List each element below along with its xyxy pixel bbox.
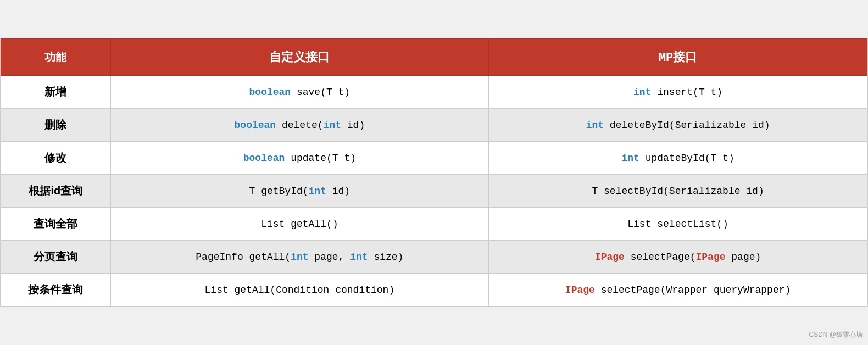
mp-interface-cell: IPage selectPage(Wrapper queryWrapper) — [489, 274, 867, 307]
custom-interface-cell: T getById(int id) — [110, 175, 489, 208]
table-row: 查询全部List getAll()List selectList() — [1, 208, 867, 241]
table-row: 分页查询PageInfo getAll(int page, int size)I… — [1, 241, 867, 274]
custom-interface-cell: boolean save(T t) — [110, 76, 489, 109]
custom-interface-cell: boolean update(T t) — [110, 142, 489, 175]
comparison-table-wrapper: 功能 自定义接口 MP接口 新增boolean save(T t)int ins… — [0, 38, 868, 307]
custom-interface-cell: boolean delete(int id) — [110, 109, 489, 142]
custom-interface-cell: PageInfo getAll(int page, int size) — [110, 241, 489, 274]
mp-interface-cell: int insert(T t) — [489, 76, 867, 109]
feature-cell: 查询全部 — [1, 208, 111, 241]
custom-interface-cell: List getAll() — [110, 208, 489, 241]
feature-cell: 修改 — [1, 142, 111, 175]
header-feature: 功能 — [1, 39, 111, 76]
table-row: 按条件查询List getAll(Condition condition)IPa… — [1, 274, 867, 307]
comparison-table: 功能 自定义接口 MP接口 新增boolean save(T t)int ins… — [1, 38, 867, 307]
watermark: CSDN @狐雪心场 — [809, 330, 863, 340]
table-body: 新增boolean save(T t)int insert(T t)删除bool… — [1, 76, 867, 307]
header-custom: 自定义接口 — [110, 39, 489, 76]
mp-interface-cell: T selectById(Serializable id) — [489, 175, 867, 208]
table-row: 删除boolean delete(int id)int deleteById(S… — [1, 109, 867, 142]
mp-interface-cell: int deleteById(Serializable id) — [489, 109, 867, 142]
header-row: 功能 自定义接口 MP接口 — [1, 39, 867, 76]
feature-cell: 删除 — [1, 109, 111, 142]
feature-cell: 新增 — [1, 76, 111, 109]
header-mp: MP接口 — [489, 39, 867, 76]
feature-cell: 分页查询 — [1, 241, 111, 274]
feature-cell: 按条件查询 — [1, 274, 111, 307]
table-row: 根据id查询T getById(int id)T selectById(Seri… — [1, 175, 867, 208]
mp-interface-cell: List selectList() — [489, 208, 867, 241]
table-row: 修改boolean update(T t)int updateById(T t) — [1, 142, 867, 175]
mp-interface-cell: IPage selectPage(IPage page) — [489, 241, 867, 274]
custom-interface-cell: List getAll(Condition condition) — [110, 274, 489, 307]
table-row: 新增boolean save(T t)int insert(T t) — [1, 76, 867, 109]
feature-cell: 根据id查询 — [1, 175, 111, 208]
mp-interface-cell: int updateById(T t) — [489, 142, 867, 175]
